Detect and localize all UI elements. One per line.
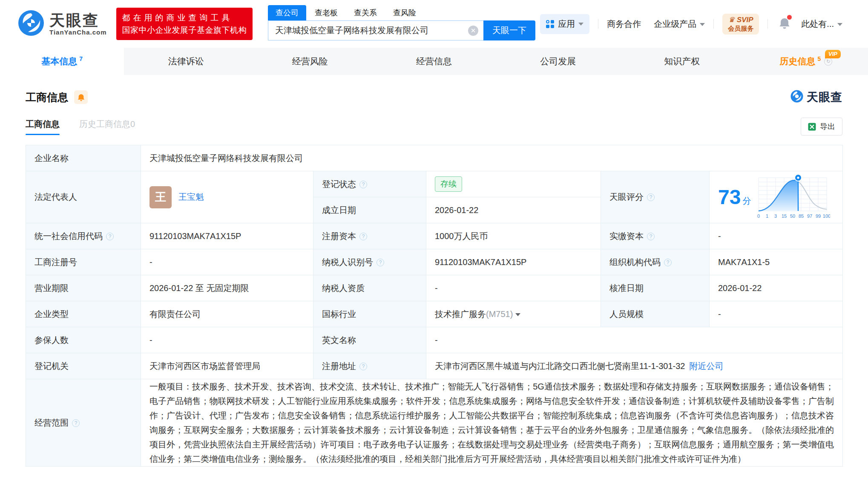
tab-history-info[interactable]: VIP 历史信息5 ↻ <box>744 48 868 75</box>
tab-intellectual-property[interactable]: 知识产权 <box>620 48 744 75</box>
reg-capital-value: 1000万人民币 <box>426 223 601 249</box>
table-row: 法定代表人 王 王宝魁 登记状态? 存续 天眼评分? 73 分 <box>26 171 843 197</box>
header: 天眼查 TianYanCha.com 都在用的商业查询工具 国家中小企业发展子基… <box>0 0 868 48</box>
help-icon[interactable]: ? <box>664 259 672 266</box>
establish-date-value: 2026-01-22 <box>426 197 601 223</box>
legal-rep-avatar[interactable]: 王 <box>149 186 172 208</box>
tianyancha-logo[interactable]: 天眼查 TianYanCha.com <box>18 10 107 38</box>
help-icon[interactable]: ? <box>72 419 80 427</box>
company-type-value: 有限责任公司 <box>141 301 313 327</box>
section-tab-bar: 基本信息7 法律诉讼 经营风险 经营信息 公司发展 知识产权 VIP 历史信息5… <box>0 48 868 75</box>
search-area: 查公司 查老板 查关系 查风险 ✕ 天眼一下 <box>268 3 535 40</box>
chevron-down-icon <box>515 313 520 316</box>
help-icon[interactable]: ? <box>647 233 655 240</box>
table-row: 企业类型 有限责任公司 国标行业 技术推广服务(M751) 人员规模 - <box>26 301 843 327</box>
svip-member-button[interactable]: ♛ SVIP 会员服务 <box>722 14 759 35</box>
tab-legal-litigation[interactable]: 法律诉讼 <box>124 48 248 75</box>
company-type-label: 企业类型 <box>26 301 141 327</box>
help-icon[interactable]: ? <box>106 233 114 240</box>
reg-authority-value: 天津市河西区市场监督管理局 <box>141 353 313 379</box>
industry-label: 国标行业 <box>313 301 426 327</box>
subtab-business-info[interactable]: 工商信息 <box>26 118 60 135</box>
business-term-label: 营业期限 <box>26 275 141 301</box>
org-code-value: MAK7A1X1-5 <box>710 249 843 275</box>
subtab-history-business-info[interactable]: 历史工商信息0 <box>79 118 135 135</box>
insured-count-value: - <box>141 327 313 353</box>
help-icon[interactable]: ? <box>359 233 367 240</box>
promo-line2: 国家中小企业发展子基金旗下机构 <box>122 24 247 36</box>
staff-size-label: 人员规模 <box>601 301 710 327</box>
svg-text:97: 97 <box>807 213 812 219</box>
search-button[interactable]: 天眼一下 <box>483 20 535 40</box>
help-icon[interactable]: ? <box>359 363 367 370</box>
table-row: 工商注册号 - 纳税人识别号? 91120103MAK7A1X15P 组织机构代… <box>26 249 843 275</box>
tianyancha-eye-icon <box>790 90 803 104</box>
watermark-text: 天眼查 <box>807 89 842 105</box>
tab-company-development[interactable]: 公司发展 <box>496 48 620 75</box>
score-unit: 分 <box>742 195 751 207</box>
apps-grid-icon <box>546 20 554 28</box>
score-cell[interactable]: 73 分 <box>710 171 843 223</box>
business-info-table: 企业名称 天津城投低空量子网络科技发展有限公司 法定代表人 王 王宝魁 登记状态… <box>26 145 843 467</box>
divider <box>598 19 598 29</box>
staff-size-value: - <box>710 301 843 327</box>
paid-capital-label: 实缴资本? <box>601 223 710 249</box>
score-value: 73 <box>718 187 741 208</box>
business-info-card: 工商信息 天眼查 工商信息 历史工商信息0 <box>0 89 868 467</box>
table-row: 参保人数 - 英文名称 - <box>26 327 843 353</box>
table-row: 经营范围? 一般项目：技术服务、技术开发、技术咨询、技术交流、技术转让、技术推广… <box>26 379 843 467</box>
svg-text:1: 1 <box>766 213 768 219</box>
company-name-label: 企业名称 <box>26 145 141 171</box>
excel-icon <box>808 123 816 131</box>
business-scope-label: 经营范围? <box>26 379 141 467</box>
reg-number-label: 工商注册号 <box>26 249 141 275</box>
notification-bell-icon[interactable] <box>779 17 790 31</box>
taxpayer-id-value: 91120103MAK7A1X15P <box>426 249 601 275</box>
approval-date-label: 核准日期 <box>601 275 710 301</box>
apps-menu[interactable]: 应用 <box>540 14 589 34</box>
table-row: 营业期限 2026-01-22 至 无固定期限 纳税人资质 - 核准日期 202… <box>26 275 843 301</box>
history-clock-icon: ↻ <box>824 58 832 66</box>
paid-capital-value: - <box>710 223 843 249</box>
svg-text:85: 85 <box>799 213 804 219</box>
header-nav: 应用 商务合作 企业级产品 ♛ SVIP 会员服务 此处有... <box>540 14 842 35</box>
score-curve-chart: 0 1 3 15 50 85 97 99 100 <box>755 173 830 221</box>
legal-rep-cell: 王 王宝魁 <box>141 171 313 223</box>
tab-operation-risk[interactable]: 经营风险 <box>248 48 372 75</box>
address-value: 天津市河西区黑牛城道与内江北路交口西北侧七贤南里11-1-301-32附近公司 <box>426 353 843 379</box>
brand-domain: TianYanCha.com <box>49 29 107 36</box>
business-term-value: 2026-01-22 至 无固定期限 <box>141 275 313 301</box>
search-input[interactable] <box>268 20 483 40</box>
search-tab-company[interactable]: 查公司 <box>268 5 306 20</box>
taxpayer-id-label: 纳税人识别号? <box>313 249 426 275</box>
industry-value[interactable]: 技术推广服务(M751) <box>426 301 601 327</box>
search-tab-boss[interactable]: 查老板 <box>315 5 338 20</box>
tab-basic-info[interactable]: 基本信息7 <box>0 48 124 75</box>
nav-enterprise-products[interactable]: 企业级产品 <box>654 18 705 30</box>
address-label: 注册地址? <box>313 353 426 379</box>
clear-icon[interactable]: ✕ <box>468 26 478 36</box>
help-icon[interactable]: ? <box>377 259 384 266</box>
promo-line1: 都在用的商业查询工具 <box>122 12 247 24</box>
establish-date-label: 成立日期 <box>313 197 426 223</box>
tab-operation-info[interactable]: 经营信息 <box>372 48 496 75</box>
nearby-companies-link[interactable]: 附近公司 <box>689 361 723 371</box>
taxpayer-quality-value: - <box>426 275 601 301</box>
legal-rep-name-link[interactable]: 王宝魁 <box>178 191 204 203</box>
chevron-down-icon <box>837 23 842 26</box>
export-button[interactable]: 导出 <box>801 118 842 136</box>
search-tab-risk[interactable]: 查风险 <box>393 5 416 20</box>
help-icon[interactable]: ? <box>647 193 655 201</box>
english-name-label: 英文名称 <box>313 327 426 353</box>
search-tab-relation[interactable]: 查关系 <box>354 5 377 20</box>
search-tabs: 查公司 查老板 查关系 查风险 <box>268 3 535 20</box>
card-title: 工商信息 <box>26 90 68 104</box>
chevron-down-icon <box>578 23 583 26</box>
divider <box>713 19 714 29</box>
monitor-bell-icon[interactable] <box>74 90 88 104</box>
notification-dot <box>787 15 792 20</box>
nav-business-coop[interactable]: 商务合作 <box>607 18 641 30</box>
apps-label: 应用 <box>558 18 575 30</box>
account-menu[interactable]: 此处有... <box>801 18 842 30</box>
help-icon[interactable]: ? <box>359 181 367 188</box>
